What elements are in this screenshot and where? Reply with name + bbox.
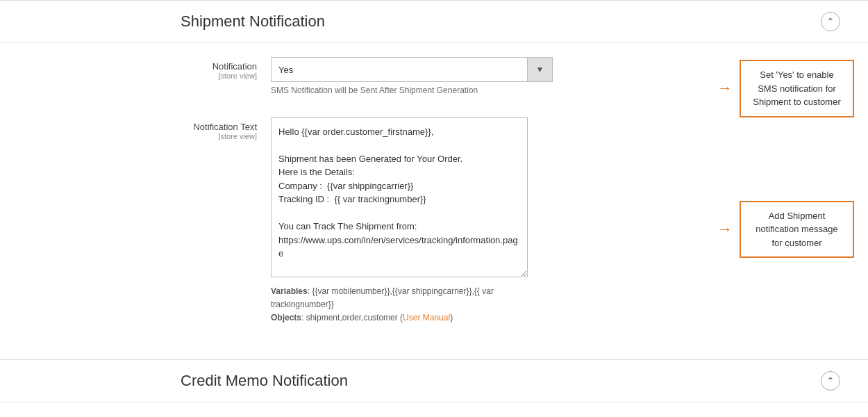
- notification-annotation-arrow: → Set 'Yes' to enable SMS notification f…: [717, 60, 854, 117]
- chevron-down-icon: ⌃: [826, 375, 835, 386]
- arrow-icon: →: [717, 79, 733, 97]
- notification-label: Notification [store view]: [14, 57, 271, 80]
- notification-annotation-box: Set 'Yes' to enable SMS notification for…: [740, 60, 854, 117]
- notification-text-label: Notification Text [store view]: [14, 117, 271, 140]
- variables-label: Variables: [271, 286, 308, 296]
- credit-memo-header: Credit Memo Notification ⌃: [0, 360, 868, 402]
- credit-memo-toggle-button[interactable]: ⌃: [821, 371, 840, 391]
- notification-text-control-wrap: Hello {{var order.customer_firstname}}, …: [271, 117, 562, 325]
- variables-text: Variables: {{var mobilenumber}},{{var sh…: [271, 285, 528, 325]
- notification-select[interactable]: Yes No: [271, 57, 528, 82]
- shipment-section-body: Notification [store view] Yes No ▼: [0, 43, 868, 359]
- bottom-divider: [0, 402, 868, 402]
- chevron-up-icon: ⌃: [826, 16, 835, 27]
- notification-text-row-wrapper: Notification Text [store view] Hello {{v…: [14, 117, 854, 339]
- notification-hint: SMS Notification will be Sent After Ship…: [271, 85, 562, 95]
- credit-memo-title: Credit Memo Notification: [14, 372, 348, 390]
- dropdown-arrow-icon: ▼: [536, 65, 544, 74]
- notification-row-wrapper: Notification [store view] Yes No ▼: [14, 57, 854, 117]
- notification-control-wrap: Yes No ▼ SMS Notification will be Sent A…: [271, 57, 562, 95]
- notification-form-row: Notification [store view] Yes No ▼: [14, 57, 703, 95]
- select-arrow-button[interactable]: ▼: [528, 57, 553, 82]
- shipment-notification-section: Shipment Notification ⌃ Notification [st…: [0, 0, 868, 359]
- notification-text-form-row: Notification Text [store view] Hello {{v…: [14, 117, 703, 325]
- notification-select-wrapper: Yes No ▼: [271, 57, 562, 82]
- notification-text-annotation-box: Add Shipment notification message for cu…: [740, 201, 854, 259]
- shipment-toggle-button[interactable]: ⌃: [821, 12, 840, 31]
- page-container: Shipment Notification ⌃ Notification [st…: [0, 0, 868, 402]
- user-manual-link[interactable]: User Manual: [403, 313, 450, 322]
- shipment-section-header: Shipment Notification ⌃: [0, 1, 868, 43]
- notification-text-textarea[interactable]: Hello {{var order.customer_firstname}}, …: [271, 117, 528, 277]
- notification-text-annotation-arrow: → Add Shipment notification message for …: [717, 201, 854, 259]
- shipment-section-title: Shipment Notification: [14, 13, 325, 31]
- arrow-icon-2: →: [717, 220, 733, 238]
- objects-label: Objects: [271, 313, 301, 322]
- objects-value: : shipment,order,customer: [301, 313, 398, 322]
- credit-memo-section: Credit Memo Notification ⌃: [0, 359, 868, 402]
